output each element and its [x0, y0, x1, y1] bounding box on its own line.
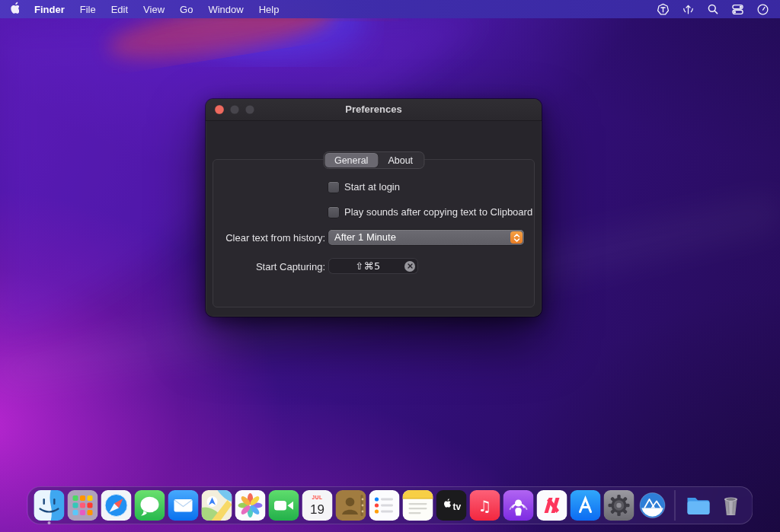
clear-history-value: After 1 Minute: [334, 231, 396, 243]
dock-tv[interactable]: tv: [436, 490, 467, 521]
play-sounds-row: Play sounds after copying text to Clipbo…: [328, 206, 532, 218]
dock-music[interactable]: ♫: [470, 490, 500, 521]
menu-item-file[interactable]: File: [80, 4, 96, 15]
tab-bar: General About: [323, 151, 424, 169]
dock-messages[interactable]: [135, 490, 165, 521]
calendar-month: JUL: [312, 495, 323, 500]
dock-news[interactable]: [537, 490, 567, 521]
clear-shortcut-button[interactable]: [404, 261, 415, 272]
dock-podcasts[interactable]: [503, 490, 534, 521]
dropdown-stepper-icon: [510, 231, 523, 244]
start-at-login-label[interactable]: Start at login: [344, 181, 400, 193]
dock-launchpad[interactable]: [68, 490, 98, 521]
dock-contacts[interactable]: [336, 490, 366, 521]
menu-item-help[interactable]: Help: [259, 4, 280, 15]
close-button[interactable]: [215, 105, 224, 114]
dock: JUL19 tv ♫: [27, 486, 753, 524]
preferences-window: Preferences General About Start at login…: [206, 99, 542, 317]
shortcut-recorder-field[interactable]: ⇧⌘5: [328, 258, 418, 274]
dock-trash[interactable]: [716, 490, 746, 521]
clear-x-icon: [408, 263, 413, 269]
dock-maps[interactable]: [202, 490, 232, 521]
dock-downloads-folder[interactable]: [682, 490, 713, 521]
calendar-day: 19: [310, 502, 324, 517]
finder-running-indicator: [48, 521, 51, 524]
dock-mail[interactable]: [168, 490, 199, 521]
tab-about[interactable]: About: [378, 153, 423, 167]
svg-text:tv: tv: [453, 502, 462, 512]
menu-bar: Finder File Edit View Go Window Help: [0, 0, 780, 18]
dock-facetime[interactable]: [269, 490, 299, 521]
zoom-button[interactable]: [245, 105, 254, 114]
clear-history-dropdown[interactable]: After 1 Minute: [328, 230, 524, 245]
wireless-icon[interactable]: [682, 3, 695, 16]
app-badge-icon[interactable]: [657, 3, 670, 16]
dock-reminders[interactable]: [369, 490, 400, 521]
play-sounds-label[interactable]: Play sounds after copying text to Clipbo…: [344, 206, 532, 218]
dock-photos[interactable]: [235, 490, 266, 521]
shortcut-value: ⇧⌘5: [355, 260, 392, 272]
start-capturing-label: Start Capturing:: [206, 261, 325, 272]
desktop: Finder File Edit View Go Window Help: [0, 0, 780, 532]
menu-item-finder[interactable]: Finder: [34, 4, 65, 15]
dock-notes[interactable]: [403, 490, 433, 521]
traffic-lights: [215, 105, 254, 114]
play-sounds-checkbox[interactable]: [328, 207, 339, 218]
start-at-login-checkbox[interactable]: [328, 182, 339, 193]
apple-menu[interactable]: [8, 2, 19, 17]
minimize-button[interactable]: [230, 105, 239, 114]
apple-logo-icon: [8, 2, 19, 14]
menu-bar-status-area: [657, 3, 769, 16]
menu-item-edit[interactable]: Edit: [111, 4, 128, 15]
control-center-icon[interactable]: [731, 3, 744, 16]
tab-general[interactable]: General: [324, 153, 378, 167]
clock-icon[interactable]: [756, 3, 769, 16]
dock-appstore[interactable]: [571, 490, 601, 521]
menu-item-window[interactable]: Window: [208, 4, 243, 15]
spotlight-search-icon[interactable]: [707, 3, 719, 15]
dock-safari[interactable]: [101, 490, 132, 521]
dock-finder[interactable]: [34, 490, 65, 521]
window-body: General About Start at login Play sounds…: [206, 121, 542, 317]
svg-text:♫: ♫: [478, 497, 492, 515]
dock-capture-app[interactable]: [638, 490, 668, 521]
menu-item-go[interactable]: Go: [180, 4, 193, 15]
menu-item-view[interactable]: View: [143, 4, 165, 15]
dock-calendar[interactable]: JUL19: [302, 490, 333, 521]
menu-bar-left: Finder File Edit View Go Window Help: [8, 2, 279, 17]
clear-history-label: Clear text from history:: [206, 232, 325, 244]
start-at-login-row: Start at login: [328, 181, 400, 193]
window-titlebar[interactable]: Preferences: [206, 99, 542, 121]
dock-system-preferences[interactable]: [604, 490, 635, 521]
dock-separator: [675, 490, 676, 521]
window-title: Preferences: [206, 99, 542, 120]
